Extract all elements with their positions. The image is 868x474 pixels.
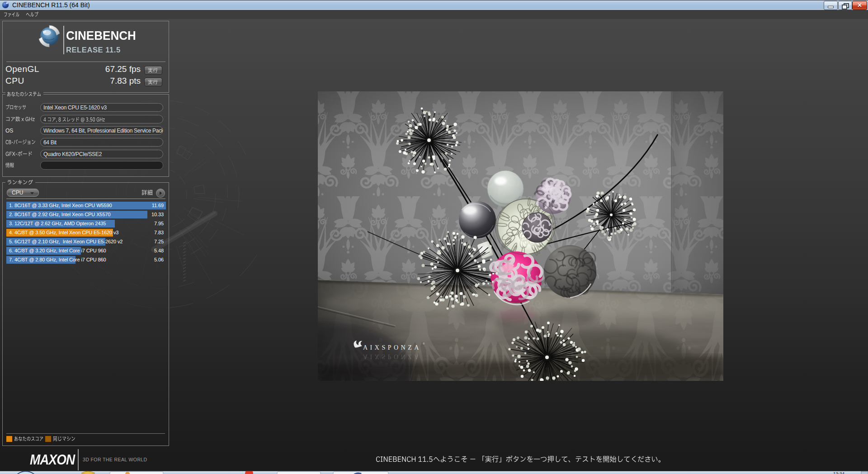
- svg-text:AIXSPONZA: AIXSPONZA: [363, 344, 421, 351]
- svg-text:AIXSPONZA: AIXSPONZA: [363, 353, 421, 360]
- svg-text:13:34: 13:34: [833, 472, 844, 474]
- svg-text:®: ®: [423, 342, 425, 345]
